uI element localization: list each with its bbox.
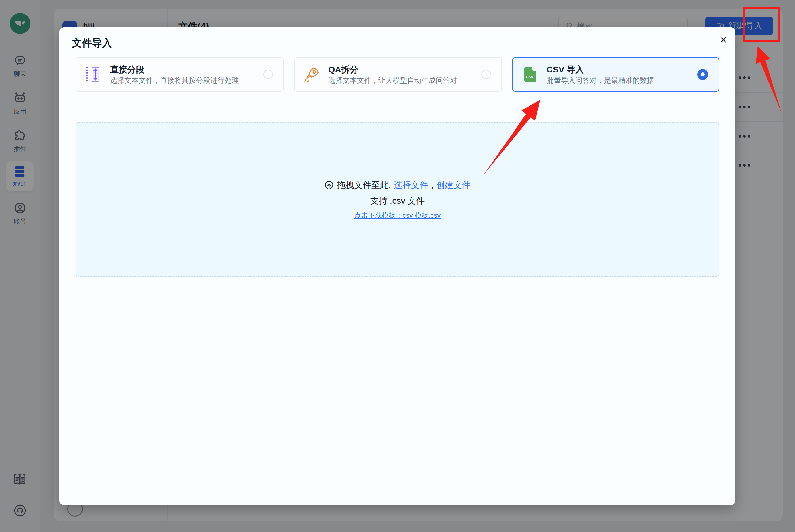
file-import-modal: 文件导入 <box>59 27 735 505</box>
option-title: 直接分段 <box>110 64 263 75</box>
modal-title: 文件导入 <box>72 36 112 50</box>
option-desc: 选择文本文件，直接将其按分段进行处理 <box>110 75 263 85</box>
option-card-csv-import[interactable]: CSV CSV 导入 批量导入问答对，是最精准的数据 <box>512 57 719 92</box>
close-icon[interactable] <box>717 34 730 46</box>
radio-selected[interactable] <box>697 69 708 80</box>
option-desc: 批量导入问答对，是最精准的数据 <box>547 75 697 85</box>
radio-unselected[interactable] <box>263 70 273 79</box>
create-file-link[interactable]: 创建文件 <box>436 179 471 191</box>
upload-icon <box>324 180 334 190</box>
option-card-direct-segment[interactable]: 直接分段 选择文本文件，直接将其按分段进行处理 <box>76 57 284 92</box>
csv-file-icon: CSV <box>522 66 539 83</box>
app-screenshot: 聊天 应用 插件 <box>0 0 795 532</box>
rocket-icon <box>303 65 321 83</box>
supported-filetype-text: 支持 .csv 文件 <box>370 195 424 207</box>
option-desc: 选择文本文件，让大模型自动生成问答对 <box>328 75 481 85</box>
option-card-qa-split[interactable]: QA拆分 选择文本文件，让大模型自动生成问答对 <box>294 57 502 92</box>
radio-unselected[interactable] <box>481 70 491 79</box>
segment-icon <box>85 65 102 84</box>
download-template-link[interactable]: 点击下载模板：csv 模板.csv <box>354 211 441 220</box>
option-title: QA拆分 <box>328 64 481 75</box>
file-dropzone[interactable]: 拖拽文件至此, 选择文件, 创建文件 支持 .csv 文件 点击下载模板：csv… <box>76 122 719 277</box>
svg-text:CSV: CSV <box>526 75 533 79</box>
dropzone-separator: , <box>431 180 433 190</box>
select-file-link[interactable]: 选择文件 <box>394 179 428 191</box>
option-title: CSV 导入 <box>547 64 697 75</box>
dropzone-text: 拖拽文件至此, <box>337 179 391 191</box>
divider <box>59 107 735 107</box>
